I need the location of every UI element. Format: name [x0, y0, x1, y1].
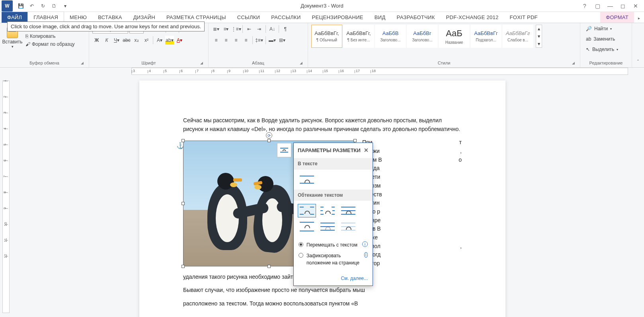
style-item[interactable]: АаБбВгЗаголово... [407, 25, 438, 48]
font-color-button[interactable]: A▾ [175, 36, 184, 45]
sort-button[interactable]: A↓ [268, 25, 277, 33]
tab-view[interactable]: ВИД [369, 12, 391, 23]
shading-button[interactable]: ▬▾ [268, 36, 277, 45]
strikethrough-button[interactable]: abc [122, 36, 131, 45]
radio-fix-position[interactable]: Зафиксировать положение на странице i [299, 250, 368, 268]
inline-image[interactable]: ⚓ ⟳ [183, 141, 355, 266]
popup-close-button[interactable]: ✕ [364, 146, 369, 155]
tab-page-layout[interactable]: РАЗМЕТКА СТРАНИЦЫ [161, 12, 232, 23]
paragraph-dialog-launcher[interactable]: ◢ [298, 60, 304, 66]
image-viewer-tooltip: Click to close image, click and drag to … [7, 22, 205, 31]
bold-button[interactable]: Ж [92, 36, 101, 45]
underline-button[interactable]: Ч▾ [112, 36, 121, 45]
tab-format[interactable]: ФОРМАТ [600, 12, 634, 23]
ribbon-display-button[interactable]: ▢ [591, 1, 603, 11]
align-left-button[interactable]: ≡ [212, 36, 221, 45]
resize-handle-s[interactable] [267, 265, 271, 268]
style-item[interactable]: АаБбВвГг,¶ Обычный [311, 25, 342, 48]
resize-handle-ne[interactable] [353, 139, 357, 142]
numbering-button[interactable]: ≡▾ [222, 25, 230, 33]
popup-title: ПАРАМЕТРЫ РАЗМЕТКИ ✕ [294, 143, 373, 158]
increase-indent-button[interactable]: ⇥ [255, 25, 263, 33]
wrap-inline[interactable] [298, 173, 316, 186]
paragraph[interactable]: расположено за текстом. Тогда можно восп… [183, 299, 462, 308]
style-item[interactable]: АаБбВвГгПодзагол... [470, 25, 502, 48]
paragraph[interactable]: Сейчас мы рассмотрим, как в Ворде удалит… [183, 116, 462, 133]
undo-button[interactable]: ↶ [27, 1, 37, 11]
styles-more-button[interactable]: ▴▾▾ [536, 25, 542, 48]
wrap-front[interactable] [339, 220, 357, 233]
tab-file[interactable]: ФАЙЛ [2, 12, 27, 23]
collapse-ribbon-button[interactable]: ˆ [632, 23, 644, 67]
minimize-button[interactable]: — [604, 1, 616, 11]
wrap-tight[interactable] [318, 204, 337, 217]
line-spacing-button[interactable]: ‡≡▾ [255, 36, 263, 45]
borders-button[interactable]: ⊞▾ [278, 36, 287, 45]
tab-references[interactable]: ССЫЛКИ [232, 12, 266, 23]
paragraph[interactable]: Бывают случаи, что изображение просто не… [183, 286, 462, 295]
see-more-link[interactable]: См. далее... [341, 276, 368, 281]
font-dialog-launcher[interactable]: ◢ [199, 60, 204, 66]
wrap-square[interactable] [298, 204, 316, 217]
tab-mailings[interactable]: РАССЫЛКИ [265, 12, 306, 23]
align-right-button[interactable]: ≡ [232, 36, 240, 45]
wrap-through[interactable] [339, 204, 357, 217]
resize-handle-n[interactable] [267, 139, 271, 142]
align-center-button[interactable]: ≡ [222, 36, 230, 45]
clipboard-dialog-launcher[interactable]: ◢ [79, 60, 85, 66]
radio-move-with-text[interactable]: Перемещать с текстом i [299, 240, 368, 250]
tab-insert[interactable]: ВСТАВКА [92, 12, 127, 23]
vertical-ruler[interactable]: 123456789101112 [2, 80, 10, 313]
info-icon[interactable]: i [364, 252, 368, 258]
resize-handle-nw[interactable] [181, 139, 185, 142]
paste-label: Вставить [2, 39, 23, 45]
text-effects-button[interactable]: A▾ [155, 36, 164, 45]
show-marks-button[interactable]: ¶ [281, 25, 290, 33]
italic-button[interactable]: К [102, 36, 111, 45]
layout-icon [279, 146, 289, 154]
format-painter-button[interactable]: 🖌Формат по образцу [24, 41, 76, 48]
styles-dialog-launcher[interactable]: ◢ [570, 60, 576, 66]
close-button[interactable]: ✕ [630, 1, 642, 11]
svg-rect-0 [280, 148, 288, 149]
layout-options-button[interactable] [277, 143, 291, 157]
wrap-behind[interactable] [318, 220, 337, 233]
resize-handle-w[interactable] [181, 202, 185, 205]
horizontal-ruler[interactable]: 3456789101112131415161718 [131, 68, 628, 75]
select-button[interactable]: ↖Выделить▾ [584, 45, 621, 53]
qat-customize[interactable]: ▾ [60, 1, 70, 11]
justify-button[interactable]: ≡ [242, 36, 250, 45]
copy-button[interactable]: ⎘Копировать [24, 33, 76, 40]
style-item[interactable]: АаБбВЗаголово... [375, 25, 406, 48]
help-button[interactable]: ? [579, 1, 591, 11]
info-icon[interactable]: i [362, 241, 368, 247]
replace-icon: ab [586, 36, 591, 42]
new-doc-button[interactable]: 🗋 [49, 1, 59, 11]
highlight-button[interactable]: ab▾ [165, 36, 174, 45]
tab-foxit[interactable]: Foxit PDF [504, 12, 543, 23]
tab-developer[interactable]: РАЗРАБОТЧИК [391, 12, 441, 23]
tab-overflow[interactable]: ▸ [634, 14, 644, 23]
resize-handle-sw[interactable] [181, 265, 185, 268]
style-item[interactable]: АаБНазвание [439, 25, 470, 48]
rotate-handle[interactable]: ⟳ [266, 132, 272, 139]
style-item[interactable]: АаБбВвГг,¶ Без инте... [343, 25, 374, 48]
style-item[interactable]: АаБбВвГгСлабое в... [502, 25, 533, 48]
page[interactable]: Сейчас мы рассмотрим, как в Ворде удалит… [139, 80, 505, 317]
find-button[interactable]: 🔎Найти▾ [584, 25, 614, 33]
redo-button[interactable]: ↻ [38, 1, 48, 11]
tab-review[interactable]: РЕЦЕНЗИРОВАНИЕ [306, 12, 369, 23]
replace-button[interactable]: abЗаменить [584, 35, 617, 43]
decrease-indent-button[interactable]: ⇤ [245, 25, 254, 33]
subscript-button[interactable]: x₂ [132, 36, 141, 45]
maximize-button[interactable]: ◻ [617, 1, 629, 11]
tab-menu[interactable]: Меню [64, 12, 92, 23]
multilevel-button[interactable]: ⋮≡▾ [232, 25, 240, 33]
save-button[interactable]: 💾 [16, 1, 25, 11]
tab-pdfxchange[interactable]: PDF-XChange 2012 [441, 12, 504, 23]
bullets-button[interactable]: ≣▾ [212, 25, 221, 33]
tab-design[interactable]: ДИЗАЙН [128, 12, 161, 23]
group-editing: 🔎Найти▾ abЗаменить ↖Выделить▾ Редактиров… [580, 23, 632, 67]
wrap-topbottom[interactable] [298, 220, 316, 233]
superscript-button[interactable]: x² [142, 36, 151, 45]
